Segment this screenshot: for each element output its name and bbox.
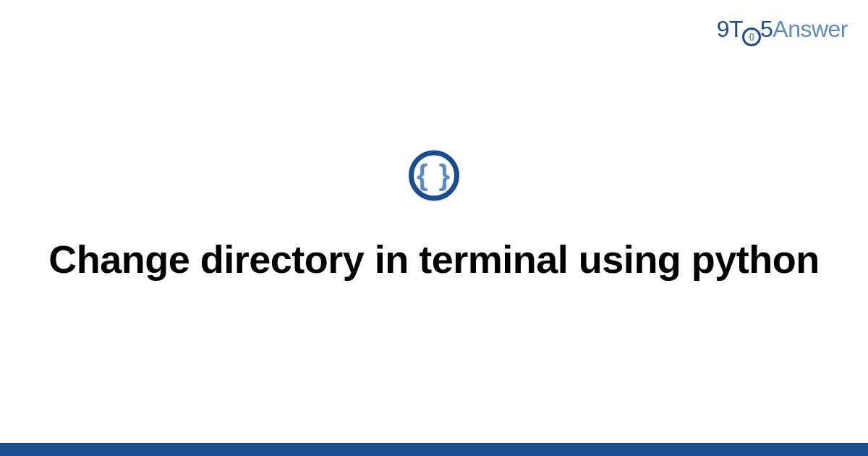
logo-text-answer: Answer	[773, 16, 848, 42]
logo-text-5: 5	[760, 16, 773, 42]
logo-text-9t: 9T	[717, 16, 743, 42]
braces-glyph: { }	[417, 161, 451, 190]
page-title: Change directory in terminal using pytho…	[29, 235, 839, 284]
site-logo: 9T{}5Answer	[717, 16, 848, 46]
main-content: { } Change directory in terminal using p…	[0, 150, 868, 284]
code-braces-icon: { }	[409, 150, 459, 200]
logo-o-icon: {}	[742, 28, 761, 46]
logo-o-braces: {}	[749, 33, 754, 41]
footer-bar	[0, 443, 868, 456]
